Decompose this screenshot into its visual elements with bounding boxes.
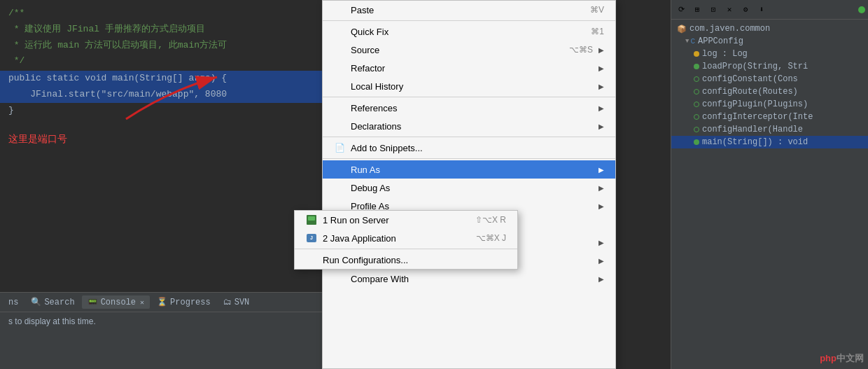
menu-item-compare-with[interactable]: Compare With▶ — [323, 270, 615, 288]
menu-item-add-to-snippets---[interactable]: 📄Add to Snippets... — [323, 139, 615, 157]
bottom-content: s to display at this time. — [0, 312, 322, 330]
tab-icon: 📟 — [88, 297, 98, 307]
menu-item-left: Run As — [334, 164, 380, 175]
tree-item[interactable]: configPlugin(Plugins) — [671, 98, 868, 111]
submenu-item-label: Run Configurations... — [323, 255, 408, 265]
submenu-arrow-icon: ▶ — [598, 46, 604, 54]
menu-item-label: Compare With — [351, 274, 409, 284]
tree-item-label: loadProp(String, Stri — [702, 62, 808, 71]
tree-item-label: configInterceptor(Inte — [702, 112, 813, 122]
menu-item-source[interactable]: Source⌥⌘S▶ — [323, 41, 615, 59]
server-icon — [306, 214, 317, 225]
code-line: */ — [0, 53, 322, 69]
tree-item[interactable]: configInterceptor(Inte — [671, 111, 868, 123]
bottom-tab-progress[interactable]: ⏳Progress — [151, 295, 216, 309]
dot-green-outline — [694, 114, 699, 120]
submenu-arrow-icon: ▶ — [598, 104, 604, 112]
tab-label: SVN — [234, 298, 250, 307]
tree-item-label: main(String[]) : void — [702, 137, 808, 147]
submenu-arrow-icon: ▶ — [598, 83, 604, 90]
toolbar-btn-1[interactable]: ⟳ — [674, 3, 688, 17]
menu-item-label: Source — [351, 45, 379, 55]
menu-item-icon — [334, 26, 345, 37]
menu-item-label: References — [351, 103, 397, 113]
tree-item[interactable]: ▼ C APPConfig — [671, 35, 868, 48]
menu-item-refactor[interactable]: Refactor▶ — [323, 59, 615, 77]
menu-separator — [323, 20, 615, 21]
class-icon: C — [690, 37, 695, 46]
code-line: JFinal.start("src/main/webapp", 8080 — [0, 87, 322, 103]
menu-separator — [323, 97, 615, 97]
tree-item[interactable]: loadProp(String, Stri — [671, 60, 868, 73]
code-panel: /** * 建议使用 JFinal 手册推荐的方式启动项目 * 运行此 main… — [0, 0, 322, 369]
submenu-item-label: 2 Java Application — [323, 233, 396, 244]
menu-separator — [323, 137, 615, 137]
tree-item-label: configConstant(Cons — [702, 74, 798, 84]
menu-item-shortcut: ⌥⌘S — [569, 45, 593, 55]
menu-item-left: Declarations — [334, 120, 401, 132]
menu-item-label: Debug As — [351, 183, 390, 193]
tree-item-label: configRoute(Routes) — [702, 87, 798, 97]
expanded-arrow-icon: ▼ — [685, 38, 689, 45]
php-watermark: php中文网 — [820, 352, 864, 365]
menu-item-references[interactable]: References▶ — [323, 99, 615, 117]
toolbar-btn-3[interactable]: ⊡ — [706, 3, 720, 17]
menu-item-icon: 📄 — [334, 142, 345, 153]
menu-item-icon — [334, 62, 345, 74]
tree-item[interactable]: configConstant(Cons — [671, 73, 868, 85]
run-as-submenu: 1 Run on Server ⇧⌥X R J 2 Java Applicati… — [294, 210, 518, 270]
menu-item-left: Refactor — [334, 62, 385, 74]
menu-item-run-as[interactable]: Run As▶ — [323, 160, 615, 179]
code-line: public static void main(String[] args) { — [0, 71, 322, 87]
tree-item[interactable]: configRoute(Routes) — [671, 85, 868, 98]
submenu-separator — [295, 249, 517, 249]
menu-item-quick-fix[interactable]: Quick Fix⌘1 — [323, 22, 615, 41]
submenu-item-2-java-application[interactable]: J 2 Java Application ⌥⌘X J — [295, 229, 517, 247]
menu-item-paste[interactable]: Paste⌘V — [323, 1, 615, 19]
menu-item-declarations[interactable]: Declarations▶ — [323, 117, 615, 135]
submenu-arrow-icon: ▶ — [598, 123, 604, 130]
submenu-item-1-run-on-server[interactable]: 1 Run on Server ⇧⌥X R — [295, 211, 517, 229]
bottom-tab-search[interactable]: 🔍Search — [25, 295, 80, 309]
menu-item-label: Declarations — [351, 121, 401, 132]
status-indicator — [858, 6, 865, 13]
bottom-tab-console[interactable]: 📟Console ✕ — [82, 295, 150, 309]
menu-item-icon — [334, 120, 345, 132]
menu-item-left: Debug As — [334, 182, 390, 193]
toolbar-btn-4[interactable]: ✕ — [722, 3, 736, 17]
tree-item[interactable]: log : Log — [671, 48, 868, 60]
submenu-arrow-icon: ▶ — [598, 166, 604, 174]
tree-area: 📦 com.javen.common ▼ C APPConfig log : L… — [671, 20, 868, 369]
menu-item-local-history[interactable]: Local History▶ — [323, 77, 615, 95]
menu-item-left: References — [334, 102, 397, 113]
submenu-arrow-icon: ▶ — [598, 202, 604, 210]
bottom-tab-ns[interactable]: ns — [3, 296, 24, 309]
tree-item[interactable]: 📦 com.javen.common — [671, 22, 868, 35]
tree-item[interactable]: configHandler(Handle — [671, 123, 868, 136]
submenu-item-label: 1 Run on Server — [323, 215, 389, 225]
tree-item[interactable]: main(String[]) : void — [671, 136, 868, 148]
menu-item-icon — [334, 4, 345, 15]
menu-item-left: Paste — [334, 4, 374, 15]
submenu-item-run-configurations---[interactable]: Run Configurations... — [295, 251, 517, 269]
toolbar-btn-5[interactable]: ⚙ — [738, 3, 752, 17]
menu-item-shortcut: ⌘1 — [591, 27, 604, 36]
tab-icon: ⏳ — [157, 297, 167, 307]
tab-label: Console — [101, 298, 136, 307]
toolbar-btn-6[interactable]: ⬇ — [755, 3, 769, 17]
submenu-shortcut: ⌥⌘X J — [476, 233, 506, 243]
bottom-tab-svn[interactable]: 🗂SVN — [218, 295, 255, 309]
toolbar-btn-2[interactable]: ⊞ — [690, 3, 704, 17]
right-toolbar: ⟳ ⊞ ⊡ ✕ ⚙ ⬇ — [671, 0, 868, 20]
menu-item-debug-as[interactable]: Debug As▶ — [323, 179, 615, 197]
dot-green-outline — [694, 89, 699, 95]
submenu-item-left: Run Configurations... — [306, 254, 408, 265]
close-icon[interactable]: ✕ — [140, 298, 144, 307]
dot-green — [694, 64, 699, 69]
menu-item-left: Compare With — [334, 273, 409, 284]
tab-label: Search — [44, 298, 74, 307]
dot-orange — [694, 51, 699, 57]
tree-item-label: configPlugin(Plugins) — [702, 99, 808, 109]
menu-item-label: Local History — [351, 81, 403, 92]
code-area: /** * 建议使用 JFinal 手册推荐的方式启动项目 * 运行此 main… — [0, 0, 322, 125]
